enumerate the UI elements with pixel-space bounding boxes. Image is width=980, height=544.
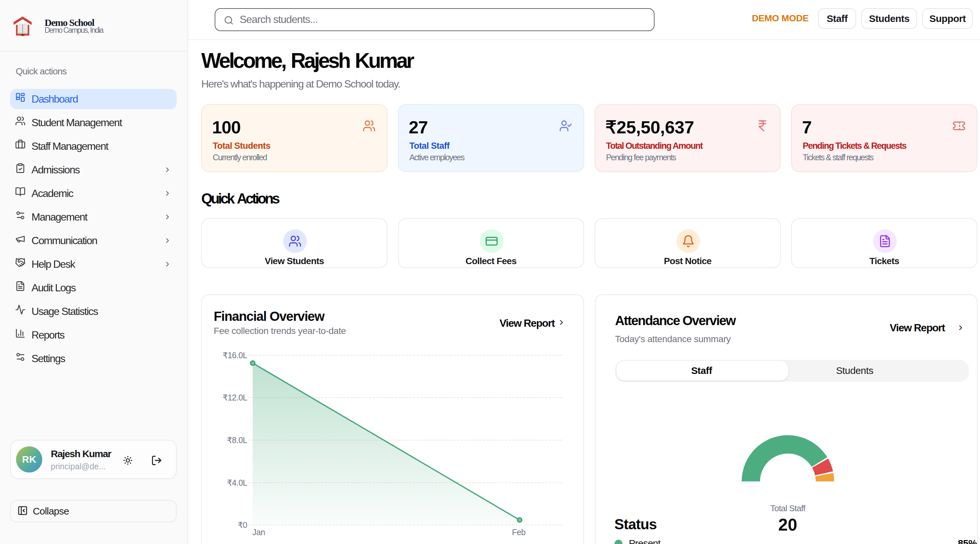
svg-text:₹12.0L: ₹12.0L xyxy=(223,393,247,402)
svg-text:₹4.0L: ₹4.0L xyxy=(227,478,247,487)
svg-text:₹16.0L: ₹16.0L xyxy=(223,351,247,360)
svg-text:Jan: Jan xyxy=(252,528,265,537)
svg-text:₹8.0L: ₹8.0L xyxy=(227,436,247,445)
svg-text:Feb: Feb xyxy=(512,528,525,537)
svg-text:₹0: ₹0 xyxy=(238,520,247,530)
